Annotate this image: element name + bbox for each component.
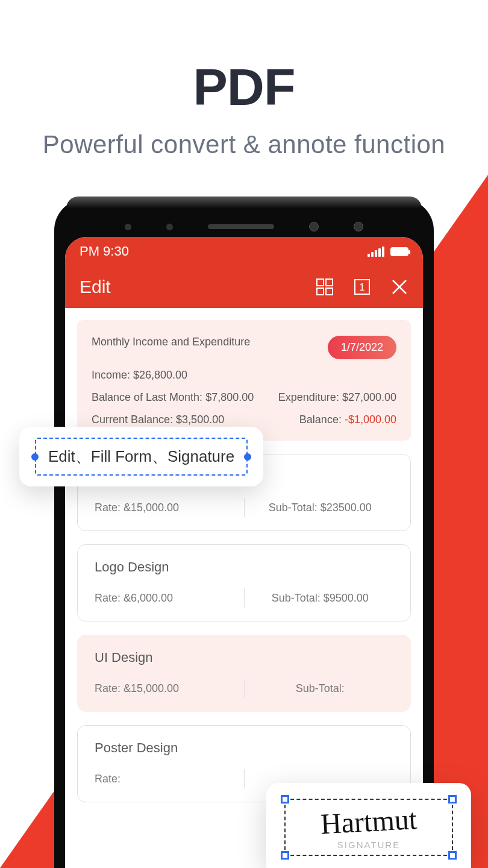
svg-rect-3 <box>326 288 333 295</box>
item-rate: Rate: <box>95 773 242 785</box>
item-card[interactable]: UI DesignRate: &15,000.00Sub-Total: <box>77 635 411 712</box>
current-balance-row: Current Balance: $3,500.00 <box>92 414 224 426</box>
income-row: Income: $26,800.00 <box>92 369 187 382</box>
divider <box>244 498 245 517</box>
hero-subtitle: Powerful convert & annote function <box>0 130 488 159</box>
expenditure-row: Expenditure: $27,000.00 <box>278 391 396 404</box>
phone-screen: PM 9:30 Edit 1 <box>65 237 423 868</box>
edit-selection-box[interactable]: Edit、Fill Form、Signature <box>35 438 248 476</box>
app-bar: Edit 1 <box>65 266 423 308</box>
selection-handle-right[interactable] <box>244 453 251 461</box>
signature-tooltip[interactable]: Hartmut SIGNATURE <box>266 783 471 868</box>
summary-card: Monthly Income and Expenditure 1/7/2022 … <box>77 320 411 441</box>
item-title: Poster Design <box>95 740 393 756</box>
item-card[interactable]: Logo DesignRate: &6,000.00Sub-Total: $95… <box>77 544 411 621</box>
divider <box>244 588 245 608</box>
date-pill[interactable]: 1/7/2022 <box>328 336 396 359</box>
signature-name: Hartmut <box>292 803 445 840</box>
signature-selection-box[interactable]: Hartmut SIGNATURE <box>284 799 453 856</box>
svg-rect-1 <box>326 279 333 286</box>
status-time: PM 9:30 <box>80 244 129 259</box>
signature-label: SIGNATURE <box>293 840 445 850</box>
hero-title: PDF <box>0 57 488 117</box>
app-bar-title: Edit <box>80 277 316 297</box>
edit-tooltip-text: Edit、Fill Form、Signature <box>48 447 234 465</box>
divider <box>244 679 245 698</box>
status-bar: PM 9:30 <box>65 237 423 266</box>
item-subtotal: Sub-Total: $9500.00 <box>247 592 394 605</box>
resize-handle-tr[interactable] <box>448 795 457 804</box>
item-subtotal: Sub-Total: $23500.00 <box>247 502 394 514</box>
item-rate: Rate: &15,000.00 <box>95 502 242 514</box>
resize-handle-br[interactable] <box>448 851 457 860</box>
battery-icon <box>390 247 408 256</box>
svg-rect-0 <box>317 279 324 286</box>
resize-handle-tl[interactable] <box>281 795 289 804</box>
edit-tooltip[interactable]: Edit、Fill Form、Signature <box>19 427 263 486</box>
svg-rect-2 <box>317 288 324 295</box>
phone-sensors <box>125 222 363 231</box>
summary-heading: Monthly Income and Expenditure <box>92 336 250 348</box>
close-icon[interactable] <box>390 278 408 296</box>
resize-handle-bl[interactable] <box>281 851 289 860</box>
selection-handle-left[interactable] <box>31 453 39 461</box>
item-title: Logo Design <box>95 559 393 575</box>
item-rate: Rate: &6,000.00 <box>95 592 242 605</box>
svg-text:1: 1 <box>360 282 365 292</box>
phone-frame: PM 9:30 Edit 1 <box>54 199 434 868</box>
document-area[interactable]: Monthly Income and Expenditure 1/7/2022 … <box>65 308 423 802</box>
item-subtotal: Sub-Total: <box>247 682 394 695</box>
balance-row: Balance: -$1,000.00 <box>299 414 396 426</box>
hero-header: PDF Powerful convert & annote function <box>0 0 488 159</box>
divider <box>244 769 245 788</box>
grid-view-icon[interactable] <box>316 278 334 296</box>
signal-icon <box>368 247 384 257</box>
balance-last-row: Balance of Last Month: $7,800.00 <box>92 391 254 404</box>
item-rate: Rate: &15,000.00 <box>95 682 242 695</box>
item-title: UI Design <box>95 650 393 665</box>
page-number-icon[interactable]: 1 <box>353 278 371 296</box>
